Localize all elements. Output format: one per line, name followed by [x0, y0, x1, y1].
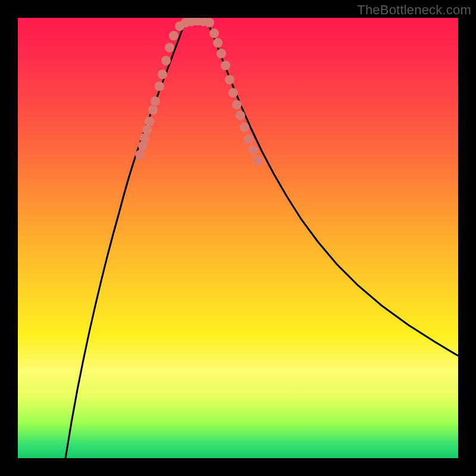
data-point: [248, 145, 258, 155]
data-point: [169, 31, 178, 40]
data-point: [228, 88, 238, 98]
data-point: [165, 43, 174, 52]
data-point: [205, 18, 214, 27]
data-point: [253, 156, 262, 165]
data-point: [225, 75, 234, 84]
data-point: [213, 38, 223, 48]
data-point: [232, 100, 242, 109]
data-point: [217, 49, 226, 58]
data-point: [209, 29, 219, 38]
data-point: [148, 105, 158, 115]
chart-svg: [18, 18, 458, 458]
plot-area: [18, 18, 458, 458]
data-point: [142, 125, 152, 134]
data-point: [140, 133, 149, 143]
watermark-text: TheBottleneck.com: [357, 2, 471, 18]
data-point: [244, 134, 253, 144]
scatter-dots: [135, 18, 262, 165]
curve-left: [65, 24, 184, 458]
data-point: [158, 70, 167, 79]
curve-right: [208, 24, 458, 356]
data-point: [240, 123, 249, 132]
data-point: [155, 82, 164, 91]
data-point: [145, 117, 154, 126]
data-point: [161, 56, 171, 65]
data-point: [221, 61, 230, 70]
data-point: [135, 150, 145, 159]
data-point: [236, 111, 245, 120]
data-point: [151, 96, 160, 106]
